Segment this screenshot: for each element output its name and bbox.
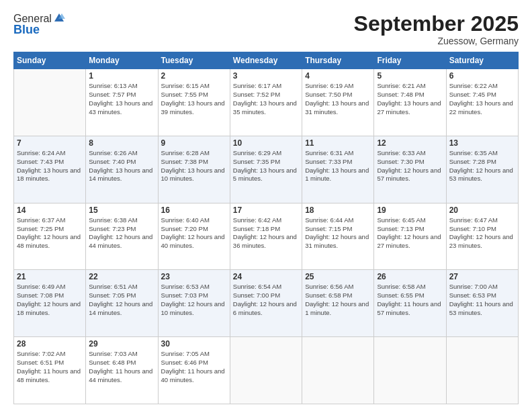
cell-date-number: 4	[305, 71, 371, 81]
cell-date-number: 25	[305, 272, 371, 281]
calendar-table: Sunday Monday Tuesday Wednesday Thursday…	[13, 52, 519, 404]
cell-info: Sunrise: 7:00 AMSunset: 6:53 PMDaylight:…	[449, 283, 515, 317]
cell-info: Sunrise: 6:28 AMSunset: 7:38 PMDaylight:…	[161, 149, 227, 183]
calendar-cell: 9Sunrise: 6:28 AMSunset: 7:38 PMDaylight…	[158, 136, 230, 203]
calendar-cell: 10Sunrise: 6:29 AMSunset: 7:35 PMDayligh…	[230, 136, 302, 203]
page: General Blue September 2025 Zuessow, Ger…	[0, 0, 532, 411]
cell-date-number: 24	[233, 272, 299, 281]
calendar-cell	[302, 337, 374, 404]
calendar-cell: 6Sunrise: 6:22 AMSunset: 7:45 PMDaylight…	[446, 69, 518, 136]
cell-info: Sunrise: 6:29 AMSunset: 7:35 PMDaylight:…	[233, 149, 299, 183]
calendar-cell: 18Sunrise: 6:44 AMSunset: 7:15 PMDayligh…	[302, 203, 374, 270]
cell-date-number: 3	[233, 71, 299, 81]
calendar-cell: 20Sunrise: 6:47 AMSunset: 7:10 PMDayligh…	[446, 203, 518, 270]
cell-date-number: 30	[161, 339, 227, 349]
calendar-cell: 5Sunrise: 6:21 AMSunset: 7:48 PMDaylight…	[374, 69, 446, 136]
header: General Blue September 2025 Zuessow, Ger…	[13, 12, 519, 46]
location-subtitle: Zuessow, Germany	[354, 36, 519, 46]
cell-info: Sunrise: 6:56 AMSunset: 6:58 PMDaylight:…	[305, 283, 371, 317]
cell-date-number: 27	[449, 272, 515, 281]
cell-date-number: 6	[449, 71, 515, 81]
header-saturday: Saturday	[446, 52, 518, 69]
cell-info: Sunrise: 6:15 AMSunset: 7:55 PMDaylight:…	[161, 82, 227, 116]
calendar-cell	[446, 337, 518, 404]
logo-icon	[53, 12, 65, 24]
calendar-cell: 4Sunrise: 6:19 AMSunset: 7:50 PMDaylight…	[302, 69, 374, 136]
calendar-cell: 19Sunrise: 6:45 AMSunset: 7:13 PMDayligh…	[374, 203, 446, 270]
calendar-cell: 29Sunrise: 7:03 AMSunset: 6:48 PMDayligh…	[86, 337, 158, 404]
cell-info: Sunrise: 6:33 AMSunset: 7:30 PMDaylight:…	[377, 149, 443, 183]
calendar-cell: 17Sunrise: 6:42 AMSunset: 7:18 PMDayligh…	[230, 203, 302, 270]
cell-info: Sunrise: 6:49 AMSunset: 7:08 PMDaylight:…	[17, 283, 83, 317]
cell-date-number: 17	[233, 205, 299, 215]
cell-date-number: 18	[305, 205, 371, 215]
calendar-cell: 30Sunrise: 7:05 AMSunset: 6:46 PMDayligh…	[158, 337, 230, 404]
logo-blue-text: Blue	[13, 23, 65, 37]
cell-date-number: 10	[233, 138, 299, 148]
cell-info: Sunrise: 6:38 AMSunset: 7:23 PMDaylight:…	[89, 216, 154, 250]
cell-date-number: 22	[89, 272, 154, 281]
cell-date-number: 2	[161, 71, 227, 81]
cell-info: Sunrise: 6:58 AMSunset: 6:55 PMDaylight:…	[377, 283, 443, 317]
cell-date-number: 1	[89, 71, 154, 81]
calendar-cell: 28Sunrise: 7:02 AMSunset: 6:51 PMDayligh…	[14, 337, 86, 404]
cell-date-number: 16	[161, 205, 227, 215]
header-tuesday: Tuesday	[158, 52, 230, 69]
calendar-week-row: 7Sunrise: 6:24 AMSunset: 7:43 PMDaylight…	[14, 136, 519, 203]
cell-date-number: 20	[449, 205, 515, 215]
calendar-cell: 27Sunrise: 7:00 AMSunset: 6:53 PMDayligh…	[446, 270, 518, 337]
cell-info: Sunrise: 6:21 AMSunset: 7:48 PMDaylight:…	[377, 82, 443, 116]
cell-info: Sunrise: 6:54 AMSunset: 7:00 PMDaylight:…	[233, 283, 299, 317]
cell-info: Sunrise: 6:26 AMSunset: 7:40 PMDaylight:…	[89, 149, 154, 183]
calendar-week-row: 1Sunrise: 6:13 AMSunset: 7:57 PMDaylight…	[14, 69, 519, 136]
calendar-cell: 21Sunrise: 6:49 AMSunset: 7:08 PMDayligh…	[14, 270, 86, 337]
cell-date-number: 14	[17, 205, 83, 215]
cell-info: Sunrise: 6:31 AMSunset: 7:33 PMDaylight:…	[305, 149, 371, 183]
header-friday: Friday	[374, 52, 446, 69]
cell-info: Sunrise: 6:40 AMSunset: 7:20 PMDaylight:…	[161, 216, 227, 250]
calendar-cell: 3Sunrise: 6:17 AMSunset: 7:52 PMDaylight…	[230, 69, 302, 136]
calendar-cell: 7Sunrise: 6:24 AMSunset: 7:43 PMDaylight…	[14, 136, 86, 203]
cell-info: Sunrise: 7:02 AMSunset: 6:51 PMDaylight:…	[17, 350, 83, 384]
cell-info: Sunrise: 6:22 AMSunset: 7:45 PMDaylight:…	[449, 82, 515, 116]
title-block: September 2025 Zuessow, Germany	[354, 12, 519, 46]
cell-date-number: 12	[377, 138, 443, 148]
header-sunday: Sunday	[14, 52, 86, 69]
cell-info: Sunrise: 6:19 AMSunset: 7:50 PMDaylight:…	[305, 82, 371, 116]
cell-info: Sunrise: 6:42 AMSunset: 7:18 PMDaylight:…	[233, 216, 299, 250]
calendar-week-row: 14Sunrise: 6:37 AMSunset: 7:25 PMDayligh…	[14, 203, 519, 270]
cell-info: Sunrise: 7:03 AMSunset: 6:48 PMDaylight:…	[89, 350, 154, 384]
calendar-cell: 24Sunrise: 6:54 AMSunset: 7:00 PMDayligh…	[230, 270, 302, 337]
cell-info: Sunrise: 6:45 AMSunset: 7:13 PMDaylight:…	[377, 216, 443, 250]
cell-date-number: 11	[305, 138, 371, 148]
calendar-cell	[14, 69, 86, 136]
calendar-cell: 22Sunrise: 6:51 AMSunset: 7:05 PMDayligh…	[86, 270, 158, 337]
cell-info: Sunrise: 6:17 AMSunset: 7:52 PMDaylight:…	[233, 82, 299, 116]
calendar-cell: 8Sunrise: 6:26 AMSunset: 7:40 PMDaylight…	[86, 136, 158, 203]
weekday-header-row: Sunday Monday Tuesday Wednesday Thursday…	[14, 52, 519, 69]
logo: General Blue	[13, 12, 65, 37]
cell-date-number: 8	[89, 138, 154, 148]
cell-date-number: 23	[161, 272, 227, 281]
cell-info: Sunrise: 6:44 AMSunset: 7:15 PMDaylight:…	[305, 216, 371, 250]
calendar-cell: 25Sunrise: 6:56 AMSunset: 6:58 PMDayligh…	[302, 270, 374, 337]
cell-info: Sunrise: 6:47 AMSunset: 7:10 PMDaylight:…	[449, 216, 515, 250]
calendar-cell: 12Sunrise: 6:33 AMSunset: 7:30 PMDayligh…	[374, 136, 446, 203]
cell-info: Sunrise: 6:53 AMSunset: 7:03 PMDaylight:…	[161, 283, 227, 317]
cell-info: Sunrise: 6:51 AMSunset: 7:05 PMDaylight:…	[89, 283, 154, 317]
calendar-cell: 16Sunrise: 6:40 AMSunset: 7:20 PMDayligh…	[158, 203, 230, 270]
calendar-cell: 26Sunrise: 6:58 AMSunset: 6:55 PMDayligh…	[374, 270, 446, 337]
header-thursday: Thursday	[302, 52, 374, 69]
cell-date-number: 9	[161, 138, 227, 148]
cell-info: Sunrise: 6:24 AMSunset: 7:43 PMDaylight:…	[17, 149, 83, 183]
cell-info: Sunrise: 6:13 AMSunset: 7:57 PMDaylight:…	[89, 82, 154, 116]
cell-info: Sunrise: 6:35 AMSunset: 7:28 PMDaylight:…	[449, 149, 515, 183]
cell-date-number: 15	[89, 205, 154, 215]
calendar-cell: 15Sunrise: 6:38 AMSunset: 7:23 PMDayligh…	[86, 203, 158, 270]
cell-date-number: 7	[17, 138, 83, 148]
cell-date-number: 28	[17, 339, 83, 349]
cell-date-number: 26	[377, 272, 443, 281]
header-wednesday: Wednesday	[230, 52, 302, 69]
cell-info: Sunrise: 7:05 AMSunset: 6:46 PMDaylight:…	[161, 350, 227, 384]
month-title: September 2025	[354, 12, 519, 36]
